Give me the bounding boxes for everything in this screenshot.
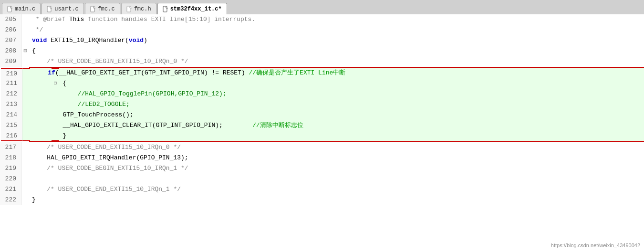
tab-fmc-h[interactable]: fmc.h	[121, 3, 156, 14]
line-number: 209	[0, 56, 21, 67]
fold-gutter	[21, 56, 29, 67]
line-number: 205	[0, 14, 21, 25]
line-number: 207	[0, 35, 21, 46]
tab-stm32f4xx-it-c[interactable]: stm32f4xx_it.c*	[157, 3, 227, 14]
fold-gutter	[21, 153, 29, 163]
code-content: {	[30, 78, 644, 89]
code-line: 205 * @brief This function handles EXTI …	[0, 14, 644, 25]
fold-gutter	[21, 174, 29, 184]
code-content: * @brief This function handles EXTI line…	[29, 14, 644, 25]
line-number: 219	[0, 163, 21, 174]
code-line-212: //HAL_GPIO_TogglePin(GPIOH,GPIO_PIN_12);…	[29, 89, 644, 99]
code-content: }	[30, 131, 644, 141]
line-number: 206	[0, 25, 21, 35]
code-lines: 205 * @brief This function handles EXTI …	[0, 14, 644, 252]
fold-gutter	[21, 195, 29, 205]
line-number: 218	[0, 153, 21, 163]
tab-label: usart.c	[54, 6, 78, 12]
code-line-215: __HAL_GPIO_EXTI_CLEAR_IT(GTP_INT_GPIO_PI…	[29, 120, 644, 131]
code-line: 218 HAL_GPIO_EXTI_IRQHandler(GPIO_PIN_13…	[0, 153, 644, 163]
file-icon	[90, 6, 96, 12]
code-content	[29, 174, 644, 184]
watermark: https://blog.csdn.net/weixin_43490042	[551, 242, 640, 248]
line-number: 208	[0, 46, 21, 56]
code-content: /* USER_CODE_END_EXTI15_10_IRQn_0 */	[29, 142, 644, 153]
code-line: 217 /* USER_CODE_END_EXTI15_10_IRQn_0 */	[0, 142, 644, 153]
tab-bar: main.c usart.c fmc.c fmc.h	[0, 0, 644, 14]
code-content: /* USER_CODE_END_EXTI15_10_IRQn_1 */	[29, 184, 644, 195]
code-line-210: if(__HAL_GPIO_EXTI_GET_IT(GTP_INT_GPIO_P…	[29, 67, 644, 78]
tab-main-c[interactable]: main.c	[2, 3, 41, 14]
line-number: 217	[0, 142, 21, 153]
tab-usart-c[interactable]: usart.c	[42, 3, 83, 14]
fold-gutter[interactable]: ⊟	[21, 46, 29, 56]
code-line: 221 /* USER_CODE_END_EXTI15_10_IRQn_1 */	[0, 184, 644, 195]
code-area: 205 * @brief This function handles EXTI …	[0, 14, 644, 252]
fold-gutter	[21, 35, 29, 46]
file-icon	[163, 6, 168, 12]
tab-fmc-c[interactable]: fmc.c	[85, 3, 120, 14]
fold-gutter	[21, 25, 29, 35]
code-line: 222 }	[0, 195, 644, 205]
line-number: 222	[0, 195, 21, 205]
code-content: GTP_TouchProcess();	[30, 110, 644, 120]
code-content: //HAL_GPIO_TogglePin(GPIOH,GPIO_PIN_12);	[30, 89, 644, 99]
fold-gutter	[21, 142, 29, 153]
code-content: }	[29, 195, 644, 205]
tab-label: fmc.h	[134, 6, 151, 12]
code-line-216: } 216	[29, 131, 644, 142]
file-icon	[126, 6, 132, 12]
line-number: 220	[0, 174, 21, 184]
code-content: __HAL_GPIO_EXTI_CLEAR_IT(GTP_INT_GPIO_PI…	[30, 120, 644, 131]
code-line: 207 void EXTI15_10_IRQHandler(void)	[0, 35, 644, 46]
code-content: HAL_GPIO_EXTI_IRQHandler(GPIO_PIN_13);	[29, 153, 644, 163]
code-line: 220	[0, 174, 644, 184]
code-line-214: GTP_TouchProcess(); 214	[29, 110, 644, 120]
file-icon	[47, 6, 52, 12]
code-line: 208 ⊟ {	[0, 46, 644, 56]
fold-gutter	[21, 184, 29, 195]
file-icon	[7, 6, 13, 12]
code-content: {	[29, 46, 644, 56]
code-content: /* USER_CODE_BEGIN_EXTI15_10_IRQn_0 */	[29, 56, 644, 67]
line-number: 221	[0, 184, 21, 195]
tab-label: main.c	[15, 6, 35, 12]
code-content: /* USER_CODE_BEGIN_EXTI15_10_IRQn_1 */	[29, 163, 644, 174]
code-line: 209 /* USER_CODE_BEGIN_EXTI15_10_IRQn_0 …	[0, 56, 644, 67]
code-content: //LED2_TOGGLE;	[30, 99, 644, 110]
tab-label: fmc.c	[98, 6, 115, 12]
code-content: */	[29, 25, 644, 35]
code-content: void EXTI15_10_IRQHandler(void)	[29, 35, 644, 46]
fold-gutter	[21, 14, 29, 25]
editor-container: main.c usart.c fmc.c fmc.h	[0, 0, 644, 252]
fold-gutter	[21, 163, 29, 174]
code-line: 219 /* USER_CODE_BEGIN_EXTI15_10_IRQn_1 …	[0, 163, 644, 174]
code-line-211: { 211 ⊟	[29, 78, 644, 89]
code-content: if(__HAL_GPIO_EXTI_GET_IT(GTP_INT_GPIO_P…	[30, 68, 644, 78]
code-line-213: //LED2_TOGGLE; 213	[29, 99, 644, 110]
tab-label: stm32f4xx_it.c*	[170, 6, 222, 12]
code-line: 206 */	[0, 25, 644, 35]
